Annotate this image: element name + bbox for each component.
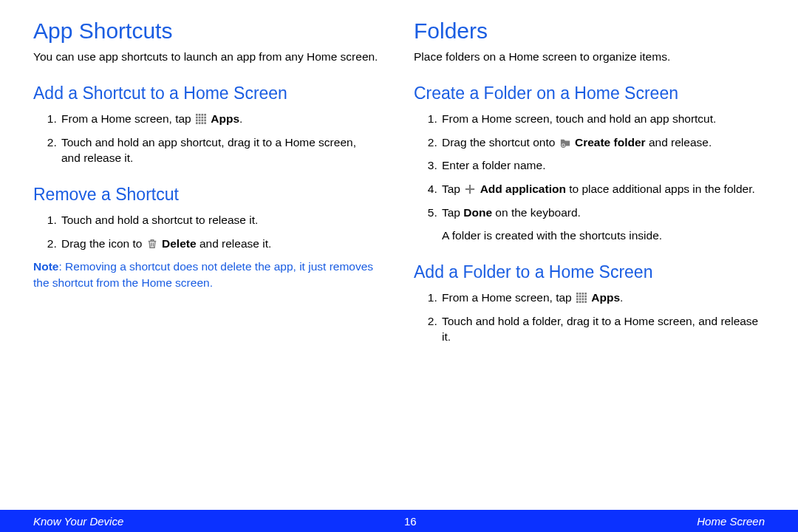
steps-add-folder: From a Home screen, tap Apps. Touch and … xyxy=(414,290,765,345)
heading-folders: Folders xyxy=(414,18,765,44)
svg-rect-23 xyxy=(579,296,582,298)
step: Touch and hold a shortcut to release it. xyxy=(60,212,384,228)
delete-label: Delete xyxy=(162,237,197,250)
footer-right: Home Screen xyxy=(697,515,765,528)
apps-label: Apps xyxy=(591,291,620,304)
content-columns: App Shortcuts You can use app shortcuts … xyxy=(0,0,798,352)
text: and release it. xyxy=(197,237,272,250)
note-remove-shortcut: Note: Removing a shortcut does not delet… xyxy=(33,259,384,290)
svg-rect-10 xyxy=(202,119,204,121)
svg-rect-31 xyxy=(579,301,582,303)
svg-rect-27 xyxy=(579,299,582,301)
svg-rect-26 xyxy=(576,299,579,301)
text: . xyxy=(239,112,242,125)
svg-rect-13 xyxy=(199,122,201,124)
text: and release. xyxy=(646,136,712,149)
text: . xyxy=(620,291,623,304)
svg-rect-20 xyxy=(582,293,584,295)
svg-rect-5 xyxy=(199,117,201,119)
apps-grid-icon xyxy=(196,114,206,124)
svg-rect-30 xyxy=(576,301,579,303)
text: Tap xyxy=(442,206,463,219)
create-folder-icon xyxy=(560,137,570,148)
svg-rect-2 xyxy=(202,114,204,116)
svg-rect-6 xyxy=(202,117,204,119)
svg-rect-21 xyxy=(584,293,587,295)
svg-rect-18 xyxy=(576,293,579,295)
text: Drag the shortcut onto xyxy=(442,136,559,149)
note-label: Note xyxy=(33,260,58,273)
steps-create-folder: From a Home screen, touch and hold an ap… xyxy=(414,111,765,244)
intro-app-shortcuts: You can use app shortcuts to launch an a… xyxy=(33,50,384,65)
text: Drag the icon to xyxy=(61,237,146,250)
page-footer: Know Your Device 16 Home Screen xyxy=(0,510,798,532)
step: Touch and hold a folder, drag it to a Ho… xyxy=(440,313,765,345)
step: Tap Add application to place additional … xyxy=(440,181,765,197)
svg-rect-33 xyxy=(584,301,587,303)
text: on the keyboard. xyxy=(492,206,581,219)
intro-folders: Place folders on a Home screen to organi… xyxy=(414,50,765,65)
step: Tap Done on the keyboard. A folder is cr… xyxy=(440,205,765,244)
svg-rect-0 xyxy=(196,114,198,116)
text: From a Home screen, tap xyxy=(61,112,194,125)
svg-rect-7 xyxy=(204,117,206,119)
svg-rect-8 xyxy=(196,119,198,121)
heading-app-shortcuts: App Shortcuts xyxy=(33,18,384,44)
apps-label: Apps xyxy=(211,112,239,125)
svg-rect-28 xyxy=(582,299,584,301)
add-application-label: Add application xyxy=(480,183,566,195)
svg-rect-22 xyxy=(576,296,579,298)
steps-remove-shortcut: Touch and hold a shortcut to release it.… xyxy=(33,212,384,251)
subheading-add-shortcut: Add a Shortcut to a Home Screen xyxy=(33,83,384,103)
right-column: Folders Place folders on a Home screen t… xyxy=(414,18,765,352)
svg-rect-14 xyxy=(202,122,204,124)
plus-icon xyxy=(465,184,475,194)
svg-rect-29 xyxy=(584,299,587,301)
step: From a Home screen, tap Apps. xyxy=(60,111,384,127)
apps-grid-icon xyxy=(576,293,587,303)
subheading-add-folder: Add a Folder to a Home Screen xyxy=(414,262,765,282)
create-folder-label: Create folder xyxy=(575,136,646,149)
page: App Shortcuts You can use app shortcuts … xyxy=(0,0,798,532)
subheading-create-folder: Create a Folder on a Home Screen xyxy=(414,83,765,103)
text: From a Home screen, tap xyxy=(442,291,575,304)
step: Touch and hold an app shortcut, drag it … xyxy=(60,134,384,166)
svg-rect-3 xyxy=(204,114,206,116)
step: Drag the icon to Delete and release it. xyxy=(60,236,384,252)
svg-rect-15 xyxy=(204,122,206,124)
svg-rect-11 xyxy=(204,119,206,121)
step: From a Home screen, tap Apps. xyxy=(440,290,765,306)
svg-rect-4 xyxy=(196,117,198,119)
svg-rect-24 xyxy=(582,296,584,298)
text: Tap xyxy=(442,183,463,195)
result-text: A folder is created with the shortcuts i… xyxy=(442,228,759,244)
left-column: App Shortcuts You can use app shortcuts … xyxy=(33,18,384,352)
text: to place additional apps in the folder. xyxy=(566,183,755,195)
note-body: : Removing a shortcut does not delete th… xyxy=(33,260,373,289)
svg-rect-12 xyxy=(196,122,198,124)
subheading-remove-shortcut: Remove a Shortcut xyxy=(33,185,384,205)
svg-rect-32 xyxy=(582,301,584,303)
svg-rect-9 xyxy=(199,119,201,121)
footer-page-number: 16 xyxy=(404,515,417,528)
svg-rect-19 xyxy=(579,293,582,295)
steps-add-shortcut: From a Home screen, tap Apps. Touch and … xyxy=(33,111,384,166)
step: From a Home screen, touch and hold an ap… xyxy=(440,111,765,127)
footer-left: Know Your Device xyxy=(33,515,123,528)
done-label: Done xyxy=(463,206,492,219)
step: Enter a folder name. xyxy=(440,157,765,174)
svg-rect-1 xyxy=(199,114,201,116)
svg-rect-25 xyxy=(584,296,587,298)
trash-icon xyxy=(147,239,157,249)
step: Drag the shortcut onto Create folder and… xyxy=(440,134,765,151)
